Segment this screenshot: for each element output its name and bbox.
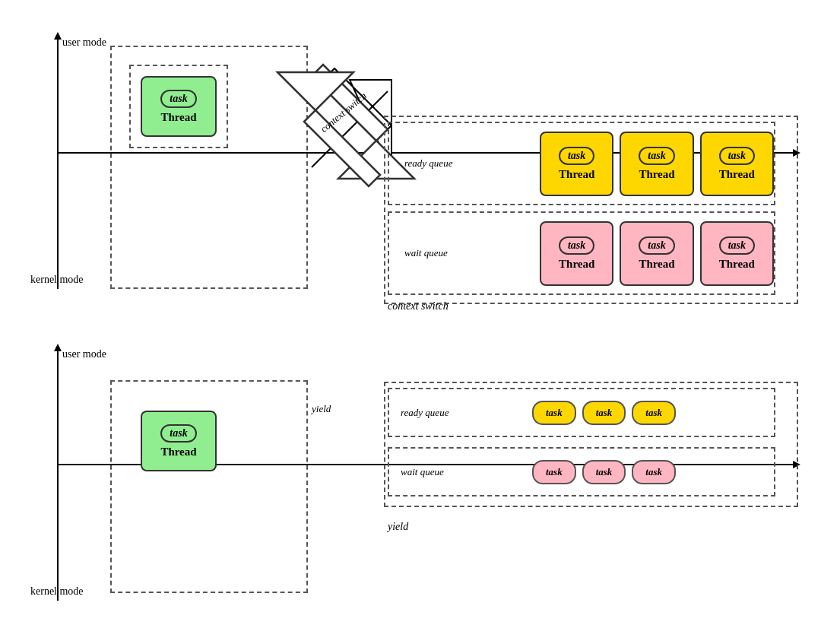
wait-task-b3: task — [632, 460, 676, 484]
context-switch-bottom-label: context switch — [388, 300, 449, 312]
ready-queue-label: ready queue — [404, 157, 465, 170]
wait-item-1: task Thread — [540, 221, 613, 286]
yield-text-top: yield — [312, 403, 331, 415]
wait-queue-label-bottom: wait queue — [401, 466, 461, 478]
task-thread-green-bottom: task Thread — [141, 411, 217, 471]
task-label-p2: task — [639, 236, 674, 255]
kernel-mode-label-top: kernel mode — [30, 274, 84, 286]
ready-queue-top: ready queue task Thread task Thread task… — [388, 122, 775, 205]
y-axis-bottom — [57, 350, 59, 601]
thread-label-y1: Thread — [559, 168, 594, 181]
wait-task-b1: task — [532, 460, 576, 484]
kernel-mode-label-bottom: kernel mode — [30, 585, 84, 598]
task-thread-green: task Thread — [141, 76, 217, 137]
thread-label-p1: Thread — [559, 258, 594, 271]
task-label-p3: task — [719, 236, 755, 255]
task-label-y1: task — [559, 147, 594, 165]
thread-label-y3: Thread — [719, 168, 755, 181]
task-label-green-bottom: task — [160, 424, 196, 443]
wait-item-3: task Thread — [700, 221, 774, 286]
ready-queue-label-bottom: ready queue — [401, 407, 461, 419]
y-axis-top — [57, 38, 59, 289]
task-label-y3: task — [719, 147, 755, 165]
wait-item-2: task Thread — [620, 221, 693, 286]
wait-queue-bottom-items: wait queue task task task — [393, 449, 774, 495]
top-diagram: user mode kernel mode task Thread — [15, 15, 806, 319]
thread-label-y2: Thread — [639, 168, 674, 181]
wait-queue-top: wait queue task Thread task Thread task … — [388, 211, 775, 295]
thread-box-top: task Thread — [129, 65, 228, 148]
ready-item-1: task Thread — [540, 132, 613, 196]
wait-queue-items-row: wait queue task Thread task Thread task … — [397, 213, 774, 293]
diagram-container: user mode kernel mode task Thread — [0, 0, 821, 644]
ready-task-b3: task — [632, 401, 676, 425]
bottom-diagram: user mode kernel mode task Thread yield — [15, 327, 806, 631]
ready-task-b2: task — [582, 401, 626, 425]
ready-queue-bottom: ready queue task task task — [388, 388, 775, 437]
task-label-y2: task — [639, 147, 674, 165]
user-mode-label-bottom: user mode — [62, 348, 106, 360]
ready-queue-bottom-items: ready queue task task task — [393, 389, 774, 436]
ready-task-b1: task — [532, 401, 576, 425]
thread-label-green: Thread — [160, 111, 196, 124]
ready-queue-items-row: ready queue task Thread task Thread task… — [397, 123, 774, 204]
task-label-green: task — [160, 90, 196, 108]
task-label-p1: task — [559, 236, 594, 255]
ready-item-3: task Thread — [700, 132, 774, 196]
wait-queue-label: wait queue — [404, 247, 465, 259]
thread-box-bottom: task Thread — [129, 399, 228, 483]
thread-label-p3: Thread — [719, 258, 755, 271]
thread-label-green-bottom: Thread — [160, 446, 196, 458]
yield-bottom-label: yield — [388, 521, 408, 533]
wait-queue-bottom: wait queue task task task — [388, 447, 775, 496]
ready-item-2: task Thread — [620, 132, 693, 196]
thread-label-p2: Thread — [639, 258, 674, 271]
user-mode-label-top: user mode — [62, 36, 106, 49]
wait-task-b2: task — [582, 460, 626, 484]
